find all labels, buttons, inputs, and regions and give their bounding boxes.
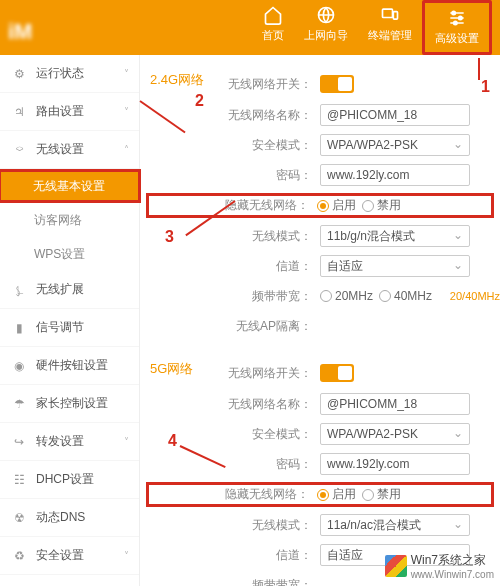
label-channel-24g: 信道： — [150, 258, 320, 275]
row-24g-name: 无线网络名称： — [150, 103, 490, 127]
nav-advanced[interactable]: 高级设置 — [422, 0, 492, 55]
sidebar-sub-guest-net[interactable]: 访客网络 — [0, 203, 139, 237]
input-name-5g[interactable] — [320, 393, 470, 415]
row-24g-switch: 2.4G网络 无线网络开关： — [150, 71, 490, 97]
sidebar-item-label: 运行状态 — [36, 65, 84, 82]
sidebar-item-label: 动态DNS — [36, 509, 85, 526]
radio-label: 启用 — [332, 486, 356, 503]
sidebar-item-forward[interactable]: ↪转发设置˅ — [0, 423, 139, 461]
sidebar-sub-label: WPS设置 — [34, 246, 85, 263]
fwd-icon: ↪ — [10, 435, 28, 449]
home-icon — [262, 4, 284, 26]
sidebar-item-label: 无线设置 — [36, 141, 84, 158]
label-switch-5g: 无线网络开关： — [220, 365, 320, 382]
chevron-up-icon: ˄ — [124, 144, 129, 155]
select-value: 自适应 — [327, 258, 363, 275]
radio-label: 禁用 — [377, 197, 401, 214]
radio-hide-disable-24g[interactable]: 禁用 — [362, 197, 401, 214]
header: iM 首页 上网向导 终端管理 高级设置 — [0, 0, 500, 55]
row-24g-security: 安全模式：WPA/WPA2-PSK — [150, 133, 490, 157]
antenna-icon: ⍼ — [10, 283, 28, 297]
watermark-brand: Win7系统之家 — [411, 552, 494, 569]
sidebar-item-system[interactable]: ✦系统工具˅ — [0, 575, 139, 586]
shield-icon: ♻ — [10, 549, 28, 563]
svg-point-4 — [459, 16, 462, 19]
radio-hide-enable-5g[interactable]: 启用 — [317, 486, 356, 503]
label-name-5g: 无线网络名称： — [150, 396, 320, 413]
nav-terminals[interactable]: 终端管理 — [358, 0, 422, 55]
radio-bw-20-24g[interactable]: 20MHz — [320, 289, 373, 303]
switch-5g[interactable] — [320, 364, 354, 382]
row-5g-switch: 5G网络 无线网络开关： — [150, 360, 490, 386]
radio-bw-40-24g[interactable]: 40MHz — [379, 289, 432, 303]
svg-point-3 — [452, 11, 455, 14]
parent-icon: ☂ — [10, 397, 28, 411]
section-title-24g: 2.4G网络 — [150, 71, 220, 89]
sidebar-item-ddns[interactable]: ☢动态DNS — [0, 499, 139, 537]
sidebar-item-dhcp[interactable]: ☷DHCP设置 — [0, 461, 139, 499]
select-security-5g[interactable]: WPA/WPA2-PSK — [320, 423, 470, 445]
label-mode-24g: 无线模式： — [150, 228, 320, 245]
sidebar-item-extend[interactable]: ⍼无线扩展 — [0, 271, 139, 309]
watermark: Win7系统之家 www.Winwin7.com — [385, 552, 494, 580]
label-pwd-5g: 密码： — [150, 456, 320, 473]
switch-24g[interactable] — [320, 75, 354, 93]
select-security-24g[interactable]: WPA/WPA2-PSK — [320, 134, 470, 156]
chevron-down-icon: ˅ — [124, 550, 129, 561]
radio-label: 20MHz — [335, 289, 373, 303]
row-5g-pwd: 密码： — [150, 452, 490, 476]
label-mode-5g: 无线模式： — [150, 517, 320, 534]
row-5g-mode: 无线模式：11a/n/ac混合模式 — [150, 513, 490, 537]
nav-label: 首页 — [262, 28, 284, 43]
row-24g-mode: 无线模式：11b/g/n混合模式 — [150, 224, 490, 248]
input-pwd-5g[interactable] — [320, 453, 470, 475]
sidebar-sub-label: 无线基本设置 — [33, 178, 105, 195]
input-pwd-24g[interactable] — [320, 164, 470, 186]
sidebar-item-signal[interactable]: ▮信号调节 — [0, 309, 139, 347]
nav-home[interactable]: 首页 — [252, 0, 294, 55]
sidebar-item-label: 安全设置 — [36, 547, 84, 564]
label-bw-24g: 频带带宽： — [150, 288, 320, 305]
sidebar-item-route[interactable]: ♃路由设置˅ — [0, 93, 139, 131]
bw-extra-24g: 20/40MHz — [450, 290, 500, 302]
gear-icon: ⚙ — [10, 67, 28, 81]
select-channel-24g[interactable]: 自适应 — [320, 255, 470, 277]
dhcp-icon: ☷ — [10, 473, 28, 487]
label-security-24g: 安全模式： — [150, 137, 320, 154]
hw-icon: ◉ — [10, 359, 28, 373]
sidebar-item-wireless[interactable]: ⌔无线设置˄ — [0, 131, 139, 169]
route-icon: ♃ — [10, 105, 28, 119]
label-channel-5g: 信道： — [150, 547, 320, 564]
radio-hide-enable-24g[interactable]: 启用 — [317, 197, 356, 214]
row-24g-channel: 信道：自适应 — [150, 254, 490, 278]
sidebar-item-parent[interactable]: ☂家长控制设置 — [0, 385, 139, 423]
select-value: 11b/g/n混合模式 — [327, 228, 415, 245]
row-24g-apiso: 无线AP隔离： — [150, 314, 490, 338]
input-name-24g[interactable] — [320, 104, 470, 126]
sidebar-sub-wps[interactable]: WPS设置 — [0, 237, 139, 271]
sidebar-item-label: 硬件按钮设置 — [36, 357, 108, 374]
row-24g-pwd: 密码： — [150, 163, 490, 187]
label-switch-24g: 无线网络开关： — [220, 76, 320, 93]
sidebar-item-status[interactable]: ⚙运行状态˅ — [0, 55, 139, 93]
chevron-down-icon: ˅ — [124, 106, 129, 117]
row-5g-name: 无线网络名称： — [150, 392, 490, 416]
sidebar-item-security[interactable]: ♻安全设置˅ — [0, 537, 139, 575]
sidebar-sub-wireless-basic[interactable]: 无线基本设置 — [0, 169, 141, 203]
radio-hide-disable-5g[interactable]: 禁用 — [362, 486, 401, 503]
select-mode-24g[interactable]: 11b/g/n混合模式 — [320, 225, 470, 247]
svg-point-5 — [454, 21, 457, 24]
sidebar-item-label: 家长控制设置 — [36, 395, 108, 412]
label-apiso-24g: 无线AP隔离： — [150, 318, 320, 335]
sidebar-item-label: 转发设置 — [36, 433, 84, 450]
label-hide-5g: 隐藏无线网络： — [151, 486, 317, 503]
sidebar-item-label: 无线扩展 — [36, 281, 84, 298]
label-hide-24g: 隐藏无线网络： — [151, 197, 317, 214]
navbar: 首页 上网向导 终端管理 高级设置 — [40, 0, 500, 55]
nav-wizard[interactable]: 上网向导 — [294, 0, 358, 55]
svg-rect-2 — [393, 12, 397, 20]
select-mode-5g[interactable]: 11a/n/ac混合模式 — [320, 514, 470, 536]
sidebar-item-hwbtn[interactable]: ◉硬件按钮设置 — [0, 347, 139, 385]
sliders-icon — [446, 7, 468, 29]
devices-icon — [379, 4, 401, 26]
